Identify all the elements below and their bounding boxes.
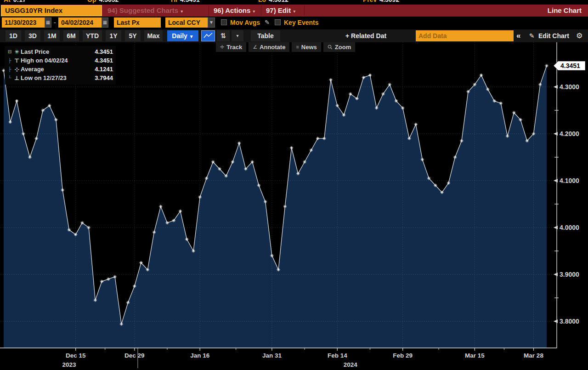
chevron-down-icon: ▾ [181, 9, 183, 14]
add-data-input[interactable]: Add Data [416, 30, 514, 41]
date-from-input[interactable]: 11/30/2023 [2, 17, 45, 28]
average-marker-icon: ⊹ [13, 66, 21, 73]
mov-avgs-label[interactable]: Mov Avgs [230, 17, 260, 28]
range-toolbar: 1D 3D 1M 6M YTD 1Y 5Y Max Daily ▼ ⇅ ▾ Ta… [0, 29, 588, 43]
y-axis-label: 3.8000 [560, 318, 579, 325]
menu-divider [261, 6, 261, 16]
chevron-down-icon: ▾ [253, 9, 255, 14]
chart-type-label: Line Chart [548, 5, 582, 17]
y-tick-arrow [554, 132, 558, 136]
year-label: 2024 [344, 361, 358, 368]
title-bar: USGG10YR Index 94) Suggested Charts▾ 96)… [1, 5, 588, 17]
range-ytd[interactable]: YTD [83, 30, 102, 41]
range-max[interactable]: Max [144, 30, 163, 41]
security-ticker-field[interactable]: USGG10YR Index [1, 5, 102, 16]
chart-tools: ✛ Track ∠ Annotate ≡ News Zoom [216, 42, 355, 52]
pencil-icon[interactable]: ✎ [265, 17, 270, 28]
y-tick-arrow [554, 85, 558, 89]
range-3d[interactable]: 3D [25, 30, 40, 41]
y-axis-label: 4.1000 [560, 177, 579, 184]
y-tick-arrow [554, 226, 558, 229]
key-events-checkbox[interactable] [275, 19, 281, 25]
bloomberg-terminal-window: At0:17 Op4.3052 Hi4.3491 Lo4.3012 Prev4.… [0, 0, 588, 370]
table-button[interactable]: Table [251, 30, 280, 41]
news-button[interactable]: ≡ News [292, 42, 321, 52]
related-data-button[interactable]: + Related Dat [345, 30, 386, 41]
ticker-strip: At0:17 Op4.3052 Hi4.3491 Lo4.3012 Prev4.… [0, 0, 588, 5]
calendar-icon[interactable]: ▦ [45, 17, 51, 28]
collapse-panel-button[interactable]: « [516, 30, 520, 41]
range-5y[interactable]: 5Y [125, 30, 141, 41]
ticker-open: Op4.3052 [87, 0, 119, 3]
y-axis-label: 3.9000 [560, 271, 579, 278]
gear-icon[interactable]: ⚙ [576, 30, 582, 41]
date-range-dash: - [54, 17, 56, 28]
legend-row-low[interactable]: └ ⊥ Low on 12/27/23 3.7944 [6, 74, 113, 82]
axis-scale-icon[interactable]: ⇅ [217, 30, 230, 41]
crosshair-icon: ✛ [220, 42, 224, 52]
x-axis-label: Feb 14 [328, 352, 347, 359]
currency-dropdown-arrow[interactable]: ▼ [208, 17, 215, 28]
news-icon: ≡ [296, 42, 299, 52]
track-button[interactable]: ✛ Track [216, 42, 246, 52]
menu-edit[interactable]: 97) Edit▾ [266, 5, 295, 17]
range-6m[interactable]: 6M [63, 30, 79, 41]
y-axis-label: 4.2000 [560, 130, 579, 137]
currency-select[interactable]: Local CCY [165, 17, 208, 28]
x-axis-label: Jan 16 [190, 352, 210, 359]
edit-pencil-icon[interactable]: ✎ [529, 30, 535, 41]
low-marker-icon: ⊥ [13, 75, 21, 81]
y-tick-arrow [554, 319, 558, 323]
annotate-icon: ∠ [253, 42, 257, 52]
star-marker-icon: ✳ [13, 49, 21, 55]
menu-suggested-charts[interactable]: 94) Suggested Charts▾ [107, 5, 183, 17]
chart-legend: ⊟ ✳ Last Price 4.3451 ├ ⊤ High on 04/02/… [5, 46, 116, 85]
chevron-down-icon: ▼ [189, 34, 194, 39]
tree-branch: ├ [6, 67, 13, 72]
chart-style-dropdown[interactable]: ▾ [232, 30, 243, 41]
chart-area: ✛ Track ∠ Annotate ≡ News Zoom ⊟ ✳ [0, 42, 588, 370]
high-marker-icon: ⊤ [13, 57, 21, 64]
x-axis-label: Feb 29 [393, 352, 413, 359]
calendar-icon[interactable]: ▦ [102, 17, 108, 28]
year-label: 2023 [62, 361, 76, 368]
legend-row-last-price[interactable]: ⊟ ✳ Last Price 4.3451 [6, 47, 113, 56]
y-axis-label: 4.0000 [560, 224, 579, 231]
magnifier-icon [328, 45, 333, 50]
range-1d[interactable]: 1D [6, 30, 21, 41]
tree-branch: ├ [6, 58, 13, 63]
x-axis-label: Mar 28 [524, 352, 543, 359]
y-tick-arrow [554, 273, 558, 276]
menu-divider [209, 6, 209, 16]
x-axis-label: Dec 29 [124, 352, 145, 359]
range-1y[interactable]: 1Y [106, 30, 121, 41]
y-axis-label: 4.3000 [560, 83, 579, 91]
ticker-low: Lo4.3012 [258, 0, 288, 3]
query-controls-row: 11/30/2023 ▦ - 04/02/2024 ▦ Last Px Loca… [0, 17, 588, 29]
menu-actions[interactable]: 96) Actions▾ [214, 5, 255, 17]
range-1m[interactable]: 1M [44, 30, 60, 41]
period-select[interactable]: Daily ▼ [167, 30, 198, 41]
price-chart[interactable]: 4.30004.20004.10004.00003.90003.8000Dec … [0, 42, 588, 370]
line-chart-icon[interactable] [201, 30, 215, 41]
legend-row-average[interactable]: ├ ⊹ Average 4.1241 [6, 65, 113, 74]
ticker-prev: Prev4.3092 [363, 0, 399, 3]
chevron-down-icon: ▾ [293, 9, 295, 14]
ticker-time: At0:17 [4, 0, 26, 3]
price-field-input[interactable]: Last Px [114, 17, 161, 28]
tree-expander-icon[interactable]: ⊟ [6, 49, 13, 54]
mov-avgs-checkbox[interactable] [221, 19, 227, 25]
legend-row-high[interactable]: ├ ⊤ High on 04/02/24 4.3451 [6, 56, 113, 65]
annotate-button[interactable]: ∠ Annotate [249, 42, 289, 52]
ticker-high: Hi4.3491 [171, 0, 200, 3]
x-axis-label: Dec 15 [66, 352, 86, 359]
last-price-tag-value: 4.3451 [560, 62, 580, 69]
key-events-label[interactable]: Key Events [284, 17, 318, 28]
zoom-button[interactable]: Zoom [323, 42, 355, 52]
tree-branch: └ [6, 75, 13, 80]
x-axis-label: Jan 31 [262, 352, 282, 359]
edit-chart-button[interactable]: Edit Chart [538, 30, 569, 41]
date-to-input[interactable]: 04/02/2024 [58, 17, 102, 28]
area-fill [4, 66, 547, 348]
y-tick-arrow [554, 179, 558, 182]
